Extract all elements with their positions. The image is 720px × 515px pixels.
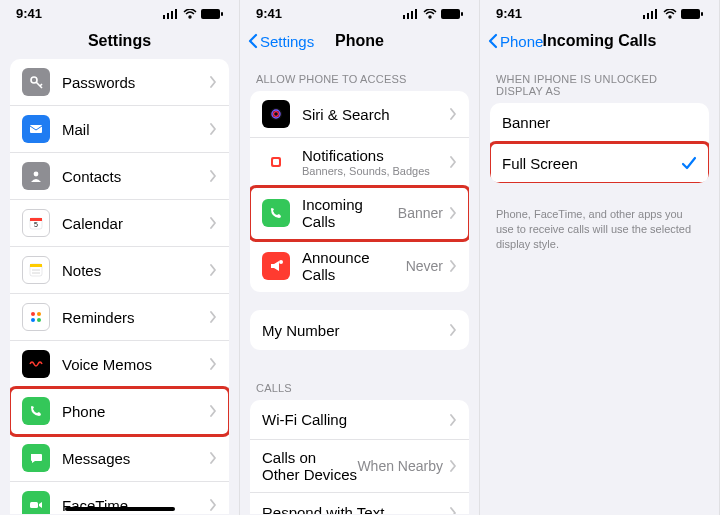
row-label: Contacts	[62, 168, 209, 185]
row-label: Respond with Text	[262, 504, 449, 514]
wifi-icon	[183, 9, 197, 19]
facetime-icon	[22, 491, 50, 514]
settings-row-mail[interactable]: Mail	[10, 106, 229, 153]
settings-pane: 9:41 Settings PasswordsMailContacts5Cale…	[0, 0, 240, 515]
svg-rect-39	[643, 15, 645, 19]
row-label: Reminders	[62, 309, 209, 326]
chevron-right-icon	[209, 264, 217, 276]
svg-rect-37	[273, 159, 279, 165]
battery-icon	[201, 9, 223, 19]
status-icons	[643, 9, 703, 19]
chevron-right-icon	[449, 207, 457, 219]
settings-row-reminders[interactable]: Reminders	[10, 294, 229, 341]
chevron-right-icon	[449, 324, 457, 336]
svg-point-16	[31, 312, 35, 316]
settings-row-messages[interactable]: Messages	[10, 435, 229, 482]
settings-row-calendar[interactable]: 5Calendar	[10, 200, 229, 247]
settings-row-contacts[interactable]: Contacts	[10, 153, 229, 200]
access-row-siri-search[interactable]: Siri & Search	[250, 91, 469, 138]
row-label: Calendar	[62, 215, 209, 232]
chevron-left-icon	[248, 33, 258, 49]
chevron-right-icon	[209, 170, 217, 182]
row-subtitle: Banners, Sounds, Badges	[302, 165, 449, 177]
status-time: 9:41	[256, 6, 282, 21]
svg-rect-4	[201, 9, 220, 19]
svg-rect-3	[175, 9, 177, 19]
row-label: Announce Calls	[302, 249, 406, 283]
settings-row-phone[interactable]: Phone	[10, 388, 229, 435]
row-label: Notes	[62, 262, 209, 279]
svg-rect-2	[171, 11, 173, 19]
status-bar: 9:41	[0, 0, 239, 23]
svg-rect-44	[701, 12, 703, 16]
contacts-icon	[22, 162, 50, 190]
row-label: Phone	[62, 403, 209, 420]
svg-rect-5	[221, 12, 223, 16]
row-label: Wi-Fi Calling	[262, 411, 449, 428]
back-label: Phone	[500, 33, 543, 50]
status-bar: 9:41	[480, 0, 719, 23]
notes-icon	[22, 256, 50, 284]
navbar: Settings Phone	[240, 23, 479, 59]
svg-rect-41	[651, 11, 653, 19]
chevron-right-icon	[209, 311, 217, 323]
svg-rect-29	[411, 11, 413, 19]
navbar: Settings	[0, 23, 239, 59]
footer-note: Phone, FaceTime, and other apps you use …	[480, 201, 719, 258]
chevron-right-icon	[209, 405, 217, 417]
svg-rect-27	[403, 15, 405, 19]
chevron-right-icon	[209, 452, 217, 464]
settings-list: PasswordsMailContacts5CalendarNotesRemin…	[10, 59, 229, 514]
chevron-right-icon	[449, 260, 457, 272]
option-row-full-screen[interactable]: Full Screen	[490, 143, 709, 183]
incoming-calls-pane: 9:41 Phone Incoming Calls When iPhone is…	[480, 0, 720, 515]
section-header-calls: Calls	[240, 368, 479, 400]
status-time: 9:41	[496, 6, 522, 21]
calls-row-calls-on-other-devices[interactable]: Calls on Other DevicesWhen Nearby	[250, 440, 469, 493]
siri-icon	[262, 100, 290, 128]
option-label: Banner	[502, 114, 697, 131]
home-indicator[interactable]	[65, 507, 175, 511]
svg-rect-30	[415, 9, 417, 19]
back-button[interactable]: Phone	[488, 33, 543, 50]
page-title: Settings	[0, 32, 239, 50]
reminders-icon	[22, 303, 50, 331]
back-label: Settings	[260, 33, 314, 50]
back-button[interactable]: Settings	[248, 33, 314, 50]
mail-icon	[22, 115, 50, 143]
access-row-announce-calls[interactable]: Announce CallsNever	[250, 240, 469, 292]
svg-rect-13	[30, 264, 42, 267]
calls-row-respond-with-text[interactable]: Respond with Text	[250, 493, 469, 514]
svg-rect-40	[647, 13, 649, 19]
option-row-banner[interactable]: Banner	[490, 103, 709, 143]
settings-row-notes[interactable]: Notes	[10, 247, 229, 294]
row-label: Notifications	[302, 147, 449, 164]
settings-row-passwords[interactable]: Passwords	[10, 59, 229, 106]
calls-row-wi-fi-calling[interactable]: Wi-Fi Calling	[250, 400, 469, 440]
svg-point-38	[279, 260, 283, 264]
settings-row-voice-memos[interactable]: Voice Memos	[10, 341, 229, 388]
chevron-right-icon	[209, 499, 217, 511]
calls-list: Wi-Fi CallingCalls on Other DevicesWhen …	[250, 400, 469, 514]
battery-icon	[681, 9, 703, 19]
chevron-left-icon	[488, 33, 498, 49]
svg-rect-0	[163, 15, 165, 19]
svg-rect-7	[30, 125, 42, 133]
calendar-icon: 5	[22, 209, 50, 237]
voicememos-icon	[22, 350, 50, 378]
my-number-row[interactable]: My Number	[250, 310, 469, 350]
chevron-right-icon	[449, 156, 457, 168]
access-row-incoming-calls[interactable]: Incoming CallsBanner	[250, 187, 469, 240]
status-icons	[403, 9, 463, 19]
svg-rect-1	[167, 13, 169, 19]
svg-rect-43	[681, 9, 700, 19]
svg-text:5: 5	[34, 221, 38, 228]
svg-point-18	[31, 318, 35, 322]
svg-rect-20	[30, 502, 38, 508]
access-row-notifications[interactable]: NotificationsBanners, Sounds, Badges	[250, 138, 469, 187]
messages-icon	[22, 444, 50, 472]
row-label: Incoming Calls	[302, 196, 398, 230]
notifications-icon	[262, 148, 290, 176]
section-header-access: Allow Phone to access	[240, 59, 479, 91]
chevron-right-icon	[209, 217, 217, 229]
